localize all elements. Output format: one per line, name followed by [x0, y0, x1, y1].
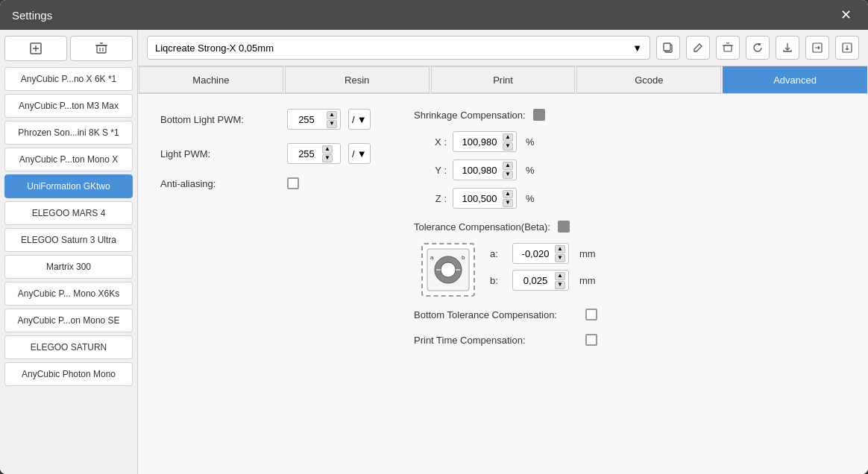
toolbar-edit-button[interactable] — [686, 36, 710, 60]
tabs-bar: Machine Resin Print Gcode Advanced — [138, 66, 868, 94]
sidebar-item-11[interactable]: AnyCubic Photon Mono — [4, 362, 133, 386]
bottom-light-pwm-down[interactable]: ▼ — [327, 120, 337, 128]
anti-aliasing-checkbox[interactable] — [287, 177, 299, 189]
slash-arrow-icon2: ▼ — [357, 148, 367, 159]
tab-resin[interactable]: Resin — [285, 66, 430, 93]
toolbar-copy-button[interactable] — [656, 36, 680, 60]
delete-profile-button[interactable] — [70, 36, 133, 61]
tolerance-b-down[interactable]: ▼ — [555, 281, 565, 289]
toolbar-export1-button[interactable] — [805, 36, 829, 60]
tolerance-a-field[interactable] — [516, 248, 555, 259]
print-time-checkbox[interactable] — [585, 334, 597, 346]
bottom-light-pwm-up[interactable]: ▲ — [327, 111, 337, 119]
light-pwm-slash-dropdown[interactable]: / ▼ — [348, 143, 371, 164]
tolerance-a-spinner: ▲ ▼ — [555, 245, 565, 262]
sidebar-item-5[interactable]: ELEGOO MARS 4 — [4, 201, 133, 225]
tolerance-b-unit: mm — [579, 275, 596, 286]
light-pwm-spinner: ▲ ▼ — [322, 145, 333, 162]
dialog-title: Settings — [12, 9, 52, 22]
print-time-row: Print Time Compensation: — [414, 334, 846, 346]
light-pwm-down[interactable]: ▼ — [322, 154, 333, 162]
tolerance-a-row: a: ▲ ▼ mm — [490, 243, 596, 264]
tolerance-diagram-svg: a b — [426, 247, 471, 292]
main-content: AnyCubic P...no X 6K *1 AnyCubic P...ton… — [0, 30, 868, 474]
shrinkage-y-spinner: ▲ ▼ — [503, 162, 513, 179]
tolerance-checkbox[interactable] — [558, 221, 570, 233]
tab-advanced[interactable]: Advanced — [723, 66, 867, 93]
sidebar-item-6[interactable]: ELEGOO Saturn 3 Ultra — [4, 228, 133, 252]
tolerance-b-up[interactable]: ▲ — [555, 272, 565, 280]
sidebar-item-8[interactable]: AnyCubic P... Mono X6Ks — [4, 282, 133, 306]
sidebar-actions — [4, 36, 133, 61]
shrinkage-y-row: Y : ▲ ▼ % — [429, 159, 846, 180]
tolerance-b-row: b: ▲ ▼ mm — [490, 270, 596, 291]
tolerance-label: Tolerance Compensation(Beta): — [414, 221, 550, 233]
shrinkage-y-input[interactable]: ▲ ▼ — [453, 159, 517, 180]
shrinkage-checkbox[interactable] — [533, 109, 545, 121]
tolerance-a-unit: mm — [579, 248, 596, 259]
sidebar-item-9[interactable]: AnyCubic P...on Mono SE — [4, 309, 133, 332]
shrinkage-x-input[interactable]: ▲ ▼ — [453, 131, 517, 152]
shrinkage-z-row: Z : ▲ ▼ % — [429, 188, 846, 209]
close-button[interactable]: ✕ — [835, 4, 856, 25]
sidebar-item-10[interactable]: ELEGOO SATURN — [4, 335, 133, 359]
slash-arrow-icon: ▼ — [357, 114, 367, 125]
tolerance-a-label: a: — [490, 248, 505, 259]
tolerance-ab-section: a b a: — [421, 243, 846, 297]
tolerance-inputs: a: ▲ ▼ mm — [490, 243, 596, 297]
tolerance-b-spinner: ▲ ▼ — [555, 272, 565, 289]
light-pwm-up[interactable]: ▲ — [322, 145, 333, 154]
sidebar-item-2[interactable]: Phrozen Son...ini 8K S *1 — [4, 121, 133, 145]
shrinkage-x-up[interactable]: ▲ — [503, 133, 513, 142]
tolerance-b-field[interactable] — [516, 275, 555, 286]
bottom-light-pwm-slash-dropdown[interactable]: / ▼ — [348, 109, 371, 130]
tolerance-a-down[interactable]: ▼ — [555, 254, 565, 262]
shrinkage-x-axis: X : — [429, 136, 447, 148]
sidebar-item-1[interactable]: AnyCubic P...ton M3 Max — [4, 94, 133, 118]
bottom-light-pwm-field[interactable] — [291, 114, 322, 125]
tab-gcode[interactable]: Gcode — [576, 66, 721, 93]
shrinkage-y-up[interactable]: ▲ — [503, 162, 513, 170]
light-pwm-input[interactable]: ▲ ▼ — [287, 143, 341, 164]
svg-text:a: a — [430, 254, 434, 261]
sidebar-item-0[interactable]: AnyCubic P...no X 6K *1 — [4, 67, 133, 91]
profile-value: Liqcreate Strong-X 0,05mm — [155, 42, 274, 54]
profile-dropdown[interactable]: Liqcreate Strong-X 0,05mm ▼ — [147, 36, 650, 60]
anti-aliasing-row: Anti-aliasing: — [160, 177, 414, 189]
shrinkage-y-unit: % — [526, 165, 535, 176]
svg-rect-9 — [664, 43, 670, 51]
sidebar-item-3[interactable]: AnyCubic P...ton Mono X — [4, 148, 133, 171]
shrinkage-y-field[interactable] — [456, 165, 503, 176]
sidebar: AnyCubic P...no X 6K *1 AnyCubic P...ton… — [0, 30, 138, 474]
shrinkage-z-field[interactable] — [456, 193, 503, 204]
shrinkage-z-down[interactable]: ▼ — [503, 199, 513, 207]
toolbar-import-button[interactable] — [776, 36, 799, 60]
shrinkage-x-field[interactable] — [456, 136, 503, 148]
shrinkage-z-up[interactable]: ▲ — [503, 190, 513, 198]
bottom-tolerance-row: Bottom Tolerance Compensation: — [414, 309, 846, 320]
shrinkage-y-axis: Y : — [429, 165, 447, 176]
svg-rect-10 — [724, 45, 732, 51]
tolerance-b-input[interactable]: ▲ ▼ — [512, 270, 569, 291]
sidebar-item-7[interactable]: Martrix 300 — [4, 255, 133, 279]
tab-machine[interactable]: Machine — [139, 66, 283, 93]
shrinkage-z-input[interactable]: ▲ ▼ — [453, 188, 517, 209]
add-profile-button[interactable] — [4, 36, 67, 61]
shrinkage-label: Shrinkage Compensation: — [414, 110, 526, 121]
tolerance-a-input[interactable]: ▲ ▼ — [512, 243, 569, 264]
two-col-layout: Bottom Light PWM: ▲ ▼ / ▼ — [160, 109, 846, 359]
shrinkage-x-down[interactable]: ▼ — [503, 142, 513, 151]
tolerance-b-label: b: — [490, 275, 505, 286]
toolbar-export2-button[interactable] — [835, 36, 859, 60]
bottom-tolerance-checkbox[interactable] — [585, 309, 597, 320]
light-pwm-field[interactable] — [291, 148, 322, 159]
slash-label2: / — [352, 148, 355, 159]
tolerance-a-up[interactable]: ▲ — [555, 245, 565, 253]
toolbar-delete-button[interactable] — [716, 36, 740, 60]
bottom-light-pwm-spinner: ▲ ▼ — [327, 111, 337, 128]
toolbar-refresh-button[interactable] — [746, 36, 770, 60]
shrinkage-y-down[interactable]: ▼ — [503, 171, 513, 179]
tab-print[interactable]: Print — [431, 66, 576, 93]
sidebar-item-4[interactable]: UniFormation GKtwo — [4, 174, 133, 198]
bottom-light-pwm-input[interactable]: ▲ ▼ — [287, 109, 341, 130]
